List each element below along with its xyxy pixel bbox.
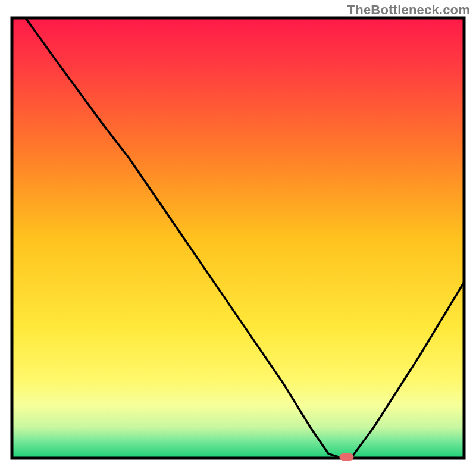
optimal-marker bbox=[339, 453, 353, 461]
chart-container: TheBottleneck.com bbox=[0, 0, 476, 476]
bottleneck-chart bbox=[0, 0, 476, 476]
